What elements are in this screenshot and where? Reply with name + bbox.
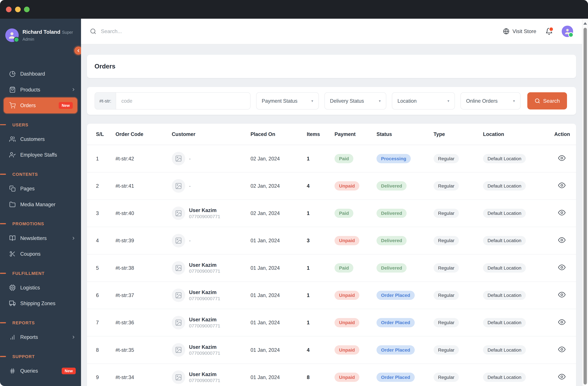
payment-badge: Paid bbox=[335, 209, 353, 218]
customer-cell: - bbox=[172, 152, 251, 165]
sidebar-item-newsletters[interactable]: Newsletters bbox=[0, 230, 81, 246]
online-orders-select[interactable]: Online Orders▾ bbox=[461, 92, 521, 109]
view-order-button[interactable] bbox=[558, 373, 566, 382]
sidebar-item-label: Logistics bbox=[20, 285, 40, 291]
order-code-cell: #t-str:36 bbox=[116, 320, 172, 325]
topbar: Visit Store bbox=[81, 19, 582, 44]
sidebar-item-media-manager[interactable]: Media Manager bbox=[0, 196, 81, 212]
sidebar-item-dashboard[interactable]: Dashboard bbox=[0, 66, 81, 82]
sidebar-item-label: Orders bbox=[20, 103, 36, 108]
truck-icon bbox=[9, 300, 16, 307]
window-maximize-button[interactable] bbox=[24, 7, 30, 12]
sidebar-item-customers[interactable]: Customers bbox=[0, 131, 81, 147]
order-row-9: 9#t-str:34User Kazim07700900077101 Jan, … bbox=[87, 364, 576, 386]
type-cell: Regular bbox=[434, 291, 483, 300]
view-order-button[interactable] bbox=[558, 318, 566, 327]
chevron-down-icon: ▾ bbox=[447, 99, 449, 103]
user-check-icon bbox=[9, 151, 16, 158]
sidebar-item-employee-staffs[interactable]: Employee Staffs bbox=[0, 147, 81, 163]
customer-cell: User Kazim077009000771 bbox=[172, 207, 251, 220]
scissors-icon bbox=[9, 251, 16, 257]
serial-cell: 2 bbox=[96, 183, 116, 189]
payment-cell: Unpaid bbox=[335, 181, 377, 191]
location-pill: Default Location bbox=[483, 263, 526, 273]
delivery-status-select[interactable]: Delivery Status▾ bbox=[324, 92, 386, 109]
window-close-button[interactable] bbox=[6, 7, 12, 12]
window-minimize-button[interactable] bbox=[15, 7, 21, 12]
column-header-s-l: S/L bbox=[96, 131, 116, 137]
sidebar-item-coupons[interactable]: Coupons bbox=[0, 246, 81, 262]
order-code-prefix: #t-str: bbox=[95, 93, 116, 109]
view-order-button[interactable] bbox=[558, 154, 566, 163]
chevron-right-icon bbox=[71, 236, 76, 240]
location-cell: Default Location bbox=[483, 345, 554, 355]
cpu-icon bbox=[9, 284, 16, 291]
order-code-cell: #t-str:38 bbox=[116, 265, 172, 271]
sidebar-item-label: Shipping Zones bbox=[20, 300, 55, 306]
search-input[interactable] bbox=[100, 28, 259, 35]
scrollbar[interactable] bbox=[582, 19, 588, 386]
customer-cell: User Kazim077009000771 bbox=[172, 289, 251, 302]
placed-on-cell: 01 Jan, 2024 bbox=[251, 292, 307, 298]
status-badge: Delivered bbox=[377, 209, 407, 218]
sidebar-item-pages[interactable]: Pages bbox=[0, 181, 81, 196]
order-row-3: 3#t-str:40User Kazim07700900077102 Jan, … bbox=[87, 200, 576, 227]
visit-store-link[interactable]: Visit Store bbox=[503, 28, 536, 35]
sidebar-item-label: Products bbox=[20, 87, 40, 93]
customer-phone: 077009000771 bbox=[189, 214, 220, 219]
profile-avatar[interactable] bbox=[562, 26, 573, 37]
sidebar-item-reports[interactable]: Reports bbox=[0, 329, 81, 345]
placed-on-cell: 01 Jan, 2024 bbox=[251, 347, 307, 353]
order-code-cell: #t-str:42 bbox=[116, 156, 172, 162]
section-label: PROMOTIONS bbox=[12, 221, 44, 226]
sidebar-user-card[interactable]: Richard Toland Super Admin bbox=[0, 19, 81, 46]
shopping-bag-icon bbox=[9, 86, 16, 93]
location-cell: Default Location bbox=[483, 291, 554, 300]
payment-badge: Unpaid bbox=[335, 345, 359, 355]
customer-phone: 077009000771 bbox=[189, 323, 220, 329]
view-order-button[interactable] bbox=[558, 209, 566, 217]
location-cell: Default Location bbox=[483, 209, 554, 218]
location-cell: Default Location bbox=[483, 373, 554, 382]
sidebar-item-logistics[interactable]: Logistics bbox=[0, 280, 81, 296]
scroll-up-arrow[interactable] bbox=[583, 22, 587, 25]
items-cell: 4 bbox=[307, 347, 335, 353]
image-placeholder-icon bbox=[172, 179, 185, 193]
global-search[interactable] bbox=[90, 28, 503, 35]
column-header-payment: Payment bbox=[335, 131, 377, 137]
sidebar-item-label: Employee Staffs bbox=[20, 152, 57, 158]
payment-cell: Unpaid bbox=[335, 373, 377, 382]
sidebar-item-queries[interactable]: QueriesNew bbox=[0, 363, 81, 379]
orders-search-button[interactable]: Search bbox=[527, 92, 567, 109]
payment-cell: Unpaid bbox=[335, 236, 377, 245]
customer-cell: User Kazim077009000771 bbox=[172, 370, 251, 384]
view-order-button[interactable] bbox=[558, 264, 566, 272]
view-order-button[interactable] bbox=[558, 182, 566, 190]
scrollbar-thumb[interactable] bbox=[584, 28, 587, 385]
sidebar-item-shipping-zones[interactable]: Shipping Zones bbox=[0, 296, 81, 311]
payment-badge: Paid bbox=[335, 154, 353, 163]
sidebar-item-orders[interactable]: OrdersNew bbox=[4, 98, 77, 113]
view-order-button[interactable] bbox=[558, 291, 566, 300]
users-icon bbox=[9, 136, 16, 143]
view-order-button[interactable] bbox=[558, 346, 566, 354]
serial-cell: 8 bbox=[96, 347, 116, 353]
view-order-button[interactable] bbox=[558, 236, 566, 245]
items-cell: 8 bbox=[307, 374, 335, 380]
serial-cell: 5 bbox=[96, 265, 116, 271]
notifications-button[interactable] bbox=[545, 28, 553, 35]
location-select[interactable]: Location▾ bbox=[392, 92, 455, 109]
sidebar-item-label: Customers bbox=[20, 136, 45, 142]
customer-phone: 077009000771 bbox=[189, 350, 220, 356]
items-cell: 1 bbox=[307, 320, 335, 325]
image-placeholder-icon bbox=[172, 152, 185, 165]
payment-status-select[interactable]: Payment Status▾ bbox=[256, 92, 319, 109]
page-title-card: Orders bbox=[87, 55, 576, 78]
status-cell: Order Placed bbox=[377, 291, 434, 300]
order-code-input[interactable] bbox=[116, 93, 250, 109]
customer-cell: User Kazim077009000771 bbox=[172, 343, 251, 357]
location-pill: Default Location bbox=[483, 236, 526, 245]
sidebar-item-products[interactable]: Products bbox=[0, 82, 81, 97]
order-row-4: 4#t-str:39-01 Jan, 20243UnpaidDeliveredR… bbox=[87, 227, 576, 254]
column-header-status: Status bbox=[377, 131, 434, 137]
